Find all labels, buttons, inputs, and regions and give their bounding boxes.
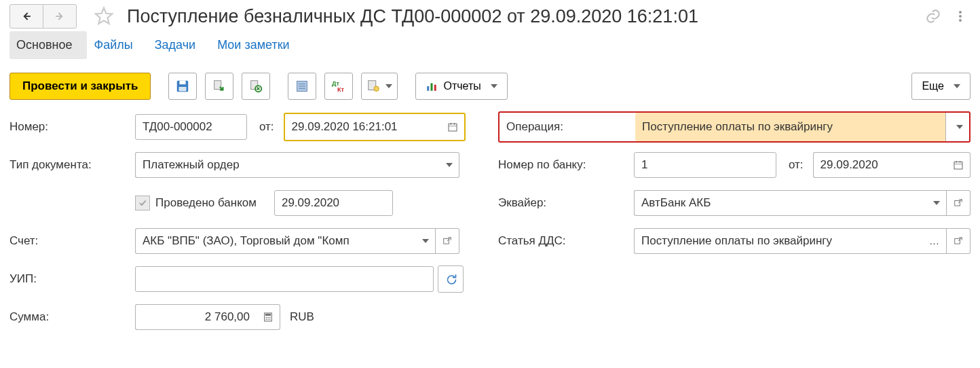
svg-point-35	[266, 317, 267, 318]
account-open-button[interactable]	[436, 228, 459, 254]
dds-select[interactable]: Поступление оплаты по эквайрингу	[634, 228, 923, 254]
dtkt-icon: ДтКт	[331, 79, 347, 93]
doctype-select[interactable]: Платежный ордер	[135, 152, 436, 178]
uip-refresh-button[interactable]	[438, 265, 464, 293]
more-button[interactable]: Еще	[911, 73, 970, 100]
acquirer-label: Эквайер:	[498, 196, 634, 210]
reports-button[interactable]: Отчеты	[415, 73, 507, 100]
bank-processed-label: Проведено банком	[155, 196, 257, 210]
link-icon	[924, 7, 942, 25]
tab-files[interactable]: Файлы	[87, 31, 147, 59]
svg-rect-34	[265, 314, 271, 316]
account-dropdown-button[interactable]	[412, 228, 436, 254]
svg-rect-20	[431, 84, 433, 91]
operation-label: Операция:	[500, 120, 635, 134]
svg-rect-26	[954, 162, 962, 169]
open-icon	[954, 198, 963, 208]
banknum-input[interactable]: 1	[634, 152, 776, 178]
open-icon	[954, 236, 963, 246]
post-icon	[212, 79, 227, 94]
number-input[interactable]: ТД00-000002	[135, 114, 247, 140]
nav-back-button[interactable]	[10, 4, 43, 29]
svg-rect-9	[251, 81, 258, 90]
account-select[interactable]: АКБ "ВПБ" (ЗАО), Торговый дом "Комп	[135, 228, 412, 254]
bank-processed-checkbox[interactable]	[135, 196, 150, 210]
date-input[interactable]: 29.09.2020 16:21:01	[285, 114, 441, 140]
link-button[interactable]	[923, 6, 943, 26]
uip-label: УИП:	[10, 272, 135, 286]
sum-calc-button[interactable]	[257, 304, 280, 330]
chevron-down-icon	[954, 84, 960, 88]
currency-label: RUB	[290, 310, 314, 324]
create-based-icon	[366, 79, 381, 94]
acquirer-open-button[interactable]	[947, 190, 970, 216]
chevron-down-icon	[385, 84, 392, 88]
svg-point-40	[269, 319, 271, 320]
uip-input[interactable]	[135, 266, 434, 292]
svg-point-4	[959, 19, 962, 22]
svg-rect-32	[955, 239, 960, 244]
svg-rect-30	[955, 201, 960, 206]
operation-dropdown-button[interactable]	[945, 113, 969, 141]
list-button[interactable]	[288, 73, 316, 100]
svg-point-18	[374, 86, 379, 91]
check-icon	[138, 198, 147, 208]
svg-rect-31	[444, 239, 449, 244]
bankdate-input[interactable]: 29.09.2020	[813, 152, 947, 178]
more-label: Еще	[922, 80, 944, 92]
bankdate-from-label: от:	[789, 158, 804, 172]
post-button[interactable]	[205, 73, 233, 100]
svg-rect-22	[449, 124, 457, 131]
svg-rect-21	[434, 85, 436, 91]
tab-notes[interactable]: Мои заметки	[210, 31, 305, 59]
dds-open-button[interactable]	[947, 228, 970, 254]
chevron-down-icon	[956, 125, 963, 129]
save-button[interactable]	[168, 73, 197, 100]
bankdate-calendar-button[interactable]	[947, 152, 970, 178]
svg-point-39	[267, 319, 269, 320]
submit-and-close-button[interactable]: Провести и закрыть	[10, 73, 151, 100]
bank-processed-date[interactable]: 29.09.2020	[274, 190, 393, 216]
chevron-down-icon	[446, 163, 453, 167]
sum-input[interactable]: 2 760,00	[135, 304, 257, 330]
star-icon	[94, 6, 114, 26]
arrow-right-icon	[53, 10, 67, 23]
calendar-icon	[447, 122, 458, 132]
settings-dropdown-button[interactable]	[361, 73, 398, 100]
repost-icon	[248, 79, 263, 94]
operation-select[interactable]: Поступление оплаты по эквайрингу	[635, 113, 945, 141]
save-icon	[175, 79, 190, 94]
doctype-dropdown-button[interactable]	[436, 152, 459, 178]
chevron-down-icon	[933, 201, 940, 205]
svg-rect-7	[179, 87, 187, 91]
unpost-button[interactable]	[242, 73, 270, 100]
arrow-left-icon	[20, 10, 33, 23]
kebab-icon	[954, 10, 966, 22]
banknum-label: Номер по банку:	[498, 158, 634, 172]
favorite-button[interactable]	[92, 4, 116, 29]
from-label: от:	[259, 120, 274, 134]
calendar-button[interactable]	[441, 114, 464, 140]
page-title: Поступление безналичных ДС ТД00-000002 о…	[127, 6, 916, 27]
dds-label: Статья ДДС:	[498, 234, 634, 248]
chart-icon	[426, 80, 438, 92]
svg-point-3	[959, 15, 962, 18]
account-label: Счет:	[10, 234, 135, 248]
dds-ellipsis-button[interactable]: ...	[923, 228, 947, 254]
svg-point-36	[267, 317, 269, 318]
chevron-down-icon	[422, 239, 429, 243]
nav-forward-button[interactable]	[43, 4, 77, 29]
refresh-icon	[445, 273, 457, 285]
open-icon	[442, 236, 452, 246]
tab-tasks[interactable]: Задачи	[148, 31, 210, 59]
acquirer-select[interactable]: АвтБанк АКБ	[634, 190, 923, 216]
date-group: 29.09.2020 16:21:01	[284, 113, 466, 141]
sum-label: Сумма:	[10, 310, 135, 324]
number-label: Номер:	[10, 120, 135, 134]
svg-rect-6	[180, 81, 186, 85]
tab-main[interactable]: Основное	[10, 31, 87, 59]
calendar-icon	[953, 160, 964, 170]
menu-button[interactable]	[950, 6, 970, 26]
acquirer-dropdown-button[interactable]	[923, 190, 947, 216]
dtkt-button[interactable]: ДтКт	[324, 73, 353, 100]
